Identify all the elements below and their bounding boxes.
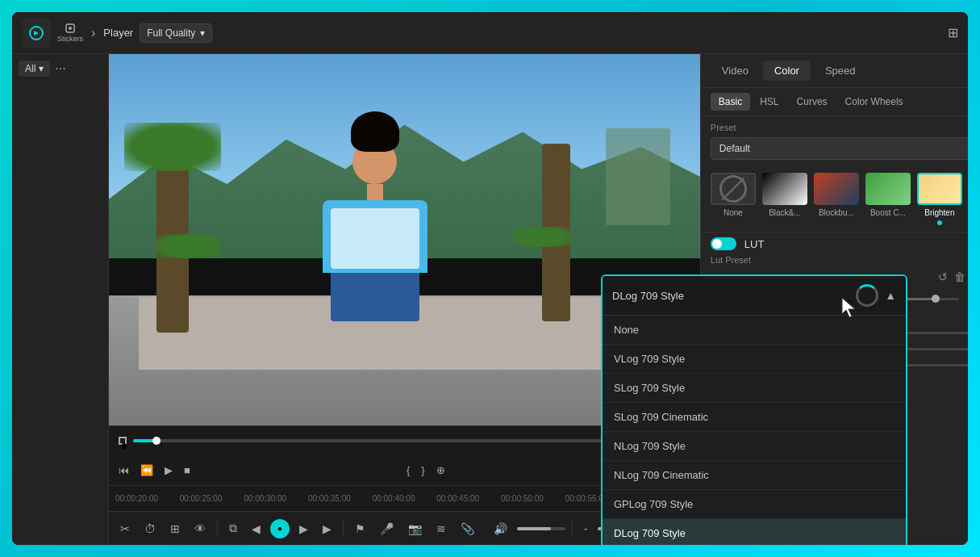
app-logo[interactable] xyxy=(22,19,51,48)
scissors-icon[interactable]: ✂ xyxy=(115,519,135,538)
ruler-mark: 00:00:40:00 xyxy=(373,494,437,503)
subtab-curves[interactable]: Curves xyxy=(789,93,836,111)
prev-icon[interactable]: ◀ xyxy=(247,519,265,538)
preset-item-boost[interactable]: Boost C... xyxy=(865,173,911,225)
more-options-icon[interactable]: ··· xyxy=(55,61,65,76)
volume-bar[interactable] xyxy=(517,527,565,530)
preset-thumb-brighten xyxy=(917,173,962,205)
quality-select[interactable]: Full Quality ▾ xyxy=(140,23,212,43)
ruler-mark: 00:00:20:00 xyxy=(115,494,180,503)
dropdown-header: DLog 709 Style ▲ xyxy=(603,276,906,316)
lut-label: LUT xyxy=(744,238,765,250)
dropdown-item-nlog-cinematic[interactable]: NLog 709 Cinematic xyxy=(603,461,906,490)
panel-tabs: Video Color Speed xyxy=(701,54,968,88)
ruler-mark: 00:00:35:00 xyxy=(308,494,373,503)
dropdown-item-gplog[interactable]: GPLog 709 Style xyxy=(603,490,906,519)
chevron-down-icon: ▾ xyxy=(39,63,44,74)
ruler-mark: 00:00:50:00 xyxy=(501,494,565,503)
dropdown-selected-text: DLog 709 Style xyxy=(612,290,684,302)
ruler-mark: 00:00:30:00 xyxy=(244,494,308,503)
ruler-mark: 00:00:45:00 xyxy=(436,494,501,503)
zoom-out-icon[interactable]: - xyxy=(579,519,593,538)
mic-icon[interactable]: 🎤 xyxy=(375,519,398,538)
top-bar: Stickers › Player Full Quality ▾ ⊞ xyxy=(12,12,968,54)
lut-header: LUT ↺ ◇ xyxy=(711,237,968,250)
lut-toggle[interactable] xyxy=(711,237,736,250)
marker-icon[interactable]: ⚑ xyxy=(350,519,370,538)
ruler-mark: 00:00:25:00 xyxy=(180,494,244,503)
filter-all-label: All xyxy=(25,63,35,74)
tab-video[interactable]: Video xyxy=(711,61,760,81)
sub-tabs: Basic HSL Curves Color Wheels ⊟ ⋯ xyxy=(701,88,968,116)
tab-color[interactable]: Color xyxy=(763,61,811,81)
lut-reset2-icon[interactable]: ↺ xyxy=(938,270,948,283)
media-icon[interactable]: 📷 xyxy=(403,519,427,538)
player-label: Player xyxy=(103,27,133,39)
dropdown-item-vlog[interactable]: VLog 709 Style xyxy=(603,345,906,374)
preset-blockbuster-label: Blockbu... xyxy=(819,208,854,217)
loading-spinner xyxy=(856,284,878,307)
quality-label: Full Quality xyxy=(147,27,195,39)
preset-brighten-label: Brighten xyxy=(924,208,954,217)
eye-icon[interactable]: 👁 xyxy=(190,519,211,538)
play-btn[interactable]: ▶ xyxy=(294,519,313,538)
tab-speed[interactable]: Speed xyxy=(814,61,867,81)
copy-icon[interactable]: ⧉ xyxy=(224,518,242,538)
preset-none-label: None xyxy=(724,208,743,217)
step-back-icon[interactable]: ⏪ xyxy=(137,461,156,480)
dropdown-close-arrow[interactable]: ▲ xyxy=(885,289,896,302)
preset-blackwhite-label: Black&... xyxy=(769,208,800,217)
attach-icon[interactable]: 📎 xyxy=(456,519,479,538)
audio-wave-icon[interactable]: ≋ xyxy=(432,519,451,538)
left-sidebar: All ▾ ··· xyxy=(12,54,109,545)
monitor-icon[interactable]: ⊞ xyxy=(948,25,958,40)
filter-all-dropdown[interactable]: All ▾ xyxy=(19,61,50,77)
svg-point-2 xyxy=(69,27,72,30)
subtab-hsl[interactable]: HSL xyxy=(752,93,786,111)
chevron-down-icon: ▾ xyxy=(200,27,205,39)
preset-thumb-none xyxy=(711,173,756,205)
lut-dropdown-overlay: DLog 709 Style ▲ None VLog 709 Style SLo… xyxy=(601,274,907,545)
split-icon[interactable]: ⊕ xyxy=(433,461,448,480)
preset-thumb-blackwhite xyxy=(762,173,807,205)
preset-item-brighten[interactable]: Brighten xyxy=(917,173,962,225)
dropdown-item-nlog[interactable]: NLog 709 Style xyxy=(603,432,906,461)
stop-icon[interactable]: ■ xyxy=(181,461,194,480)
scrubber-circle[interactable]: ● xyxy=(119,437,127,445)
preset-dropdown-value: Default xyxy=(719,143,750,154)
stickers-icon xyxy=(65,23,76,34)
building xyxy=(606,128,670,225)
preset-thumb-blockbuster xyxy=(814,173,859,205)
dropdown-item-none[interactable]: None xyxy=(603,316,906,345)
subtab-basic[interactable]: Basic xyxy=(711,93,750,111)
opacity-value: 100 xyxy=(965,294,968,304)
dropdown-list: None VLog 709 Style SLog 709 Style SLog … xyxy=(603,316,906,545)
clock-icon[interactable]: ⏱ xyxy=(140,519,161,538)
preset-thumb-boost xyxy=(865,173,911,205)
next-icon[interactable]: ▶ xyxy=(318,519,336,538)
dropdown-item-slog-cinematic[interactable]: SLog 709 Cinematic xyxy=(603,403,906,432)
subtab-color-wheels[interactable]: Color Wheels xyxy=(837,93,911,111)
lut-delete-icon[interactable]: 🗑 xyxy=(954,270,965,283)
dropdown-item-slog[interactable]: SLog 709 Style xyxy=(603,374,906,403)
fit-icon[interactable]: ⊞ xyxy=(165,519,185,538)
scene-palm-left xyxy=(156,131,189,333)
dropdown-item-dlog[interactable]: DLog 709 Style xyxy=(603,519,906,545)
timeline-bar[interactable] xyxy=(133,439,606,442)
preset-item-none[interactable]: None xyxy=(711,173,756,225)
speed-indicator: ● xyxy=(270,519,290,538)
preset-item-blackwhite[interactable]: Black&... xyxy=(762,173,807,225)
preset-label: Preset xyxy=(711,123,968,132)
preset-item-blockbuster[interactable]: Blockbu... xyxy=(814,173,859,225)
palm-leaves-right xyxy=(514,227,570,247)
preset-selected-dot xyxy=(937,220,942,225)
skip-back-icon[interactable]: ⏮ xyxy=(115,461,132,480)
person xyxy=(323,111,427,321)
play-icon[interactable]: ▶ xyxy=(161,461,176,480)
volume-icon[interactable]: 🔊 xyxy=(489,519,512,538)
mark-out-icon[interactable]: } xyxy=(418,461,427,480)
mark-in-icon[interactable]: { xyxy=(403,461,413,480)
preset-dropdown[interactable]: Default ▾ xyxy=(711,137,968,160)
lut-preset-label: Lut Preset xyxy=(711,255,968,265)
preset-boost-label: Boost C... xyxy=(870,208,906,217)
